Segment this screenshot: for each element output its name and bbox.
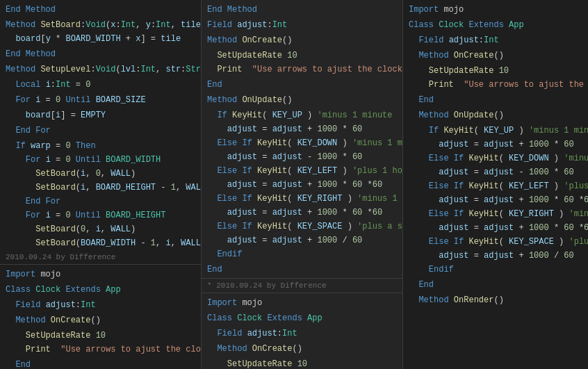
code-line: End Method	[0, 3, 201, 17]
code-line: End	[0, 358, 201, 369]
code-line: Else If KeyHit( KEY_RIGHT ) 'minus 1 hou…	[202, 192, 402, 206]
code-line: Field adjust:Int	[202, 327, 402, 341]
timestamp-left: 2010.09.24 by Difference	[0, 252, 201, 263]
code-line: adjust = adjust + 1000 / 60	[202, 233, 402, 247]
code-line: Else If KeyHit( KEY_RIGHT ) 'minus 1 hou…	[403, 207, 588, 221]
code-line: End	[403, 93, 588, 107]
code-line: End Method	[0, 47, 201, 61]
code-line: adjust = adjust + 1000 * 60 *60	[403, 193, 588, 207]
code-line: adjust = adjust + 1000 / 60	[403, 249, 588, 263]
code-line: Else If KeyHit( KEY_DOWN ) 'minus 1 minu…	[202, 136, 402, 150]
code-line: Import mojo	[403, 3, 588, 17]
code-line: End	[403, 278, 588, 292]
code-line: Import mojo	[202, 296, 402, 310]
code-line: adjust = adjust + 1000 * 60	[403, 138, 588, 151]
code-line: adjust = adjust + 1000 * 60 *60	[403, 221, 588, 235]
code-line: SetBoard(i, BOARD_HEIGHT - 1, WALL)	[0, 181, 201, 195]
code-line: For i = 0 Until BOARD_SIZE	[0, 93, 201, 107]
left-panel[interactable]: End Method Method SetBoard:Void(x:Int, y…	[0, 0, 202, 369]
code-line: Else If KeyHit( KEY_LEFT ) 'plus 1 hour	[202, 164, 402, 178]
code-line: SetUpdateRate 10	[0, 329, 201, 343]
code-line: Method SetBoard:Void(x:Int, y:Int, tile:…	[0, 18, 201, 32]
code-line: board[i] = EMPTY	[0, 108, 201, 122]
code-line: Method OnCreate()	[202, 342, 402, 356]
code-line: End For	[0, 124, 201, 138]
code-line: Field adjust:Int	[403, 33, 588, 47]
code-line: Local i:Int = 0	[0, 78, 201, 92]
code-line: SetBoard(BOARD_WIDTH - 1, i, WALL)	[0, 236, 201, 250]
code-line: Else If KeyHit( KEY_SPACE ) 'plus a seco…	[202, 220, 402, 233]
code-line: If KeyHit( KEY_UP ) 'minus 1 minute	[202, 108, 402, 122]
code-line: For i = 0 Until BOARD_HEIGHT	[0, 208, 201, 222]
code-line: SetBoard(0, i, WALL)	[0, 222, 201, 236]
code-line: Else If KeyHit( KEY_SPACE ) 'plus a seco…	[403, 235, 588, 249]
code-line: Method OnCreate()	[0, 313, 201, 327]
code-line: adjust = adjust + 1000 * 60 *60	[202, 206, 402, 220]
code-line: SetUpdateRate 10	[403, 64, 588, 78]
code-line: SetUpdateRate 10	[202, 49, 402, 63]
code-line: Print "Use arrows to ajust the clock"	[403, 78, 588, 92]
code-line: For i = 0 Until BOARD_WIDTH	[0, 153, 201, 167]
code-line: End	[202, 78, 402, 92]
code-line: Else If KeyHit( KEY_LEFT ) 'plus 1 hour	[403, 179, 588, 193]
code-line: board[y * BOARD_WIDTH + x] = tile	[0, 32, 201, 46]
code-line: SetBoard(i, 0, WALL)	[0, 167, 201, 181]
code-line: Else If KeyHit( KEY_DOWN ) 'minus 1 minu…	[403, 151, 588, 165]
code-line: Class Clock Extends App	[202, 311, 402, 325]
code-line: Print "Use arrows to ajust the clock"	[202, 63, 402, 76]
middle-panel[interactable]: End Method Field adjust:Int Method OnCre…	[202, 0, 403, 369]
code-line: Method SetupLevel:Void(lvl:Int, str:Stri…	[0, 63, 201, 76]
code-line: adjust = adjust + 1000 * 60	[202, 122, 402, 136]
code-line: Class Clock Extends App	[403, 18, 588, 32]
code-line: Method OnUpdate()	[403, 108, 588, 122]
code-line: Field adjust:Int	[0, 298, 201, 312]
code-line: adjust = adjust - 1000 * 60	[202, 150, 402, 164]
code-line: Method OnUpdate()	[202, 93, 402, 107]
code-line: End Method	[202, 3, 402, 17]
code-line: Endif	[202, 247, 402, 261]
code-line: adjust = adjust + 1000 * 60 *60	[202, 178, 402, 192]
code-line: End	[202, 263, 402, 277]
code-line: adjust = adjust - 1000 * 60	[403, 165, 588, 179]
code-line: Endif	[403, 263, 588, 277]
diff-viewer: End Method Method SetBoard:Void(x:Int, y…	[0, 0, 588, 369]
code-line: Method OnRender()	[403, 293, 588, 307]
code-line: SetUpdateRate 10	[202, 357, 402, 369]
right-panel[interactable]: Import mojo Class Clock Extends App Fiel…	[403, 0, 588, 369]
code-line: Print "Use arrows to ajust the clock"	[0, 343, 201, 356]
code-line: Method OnCreate()	[403, 49, 588, 63]
timestamp-middle: * 2010.09.24 by Difference	[202, 280, 402, 291]
divider	[202, 293, 402, 293]
code-line: If warp = 0 Then	[0, 139, 201, 153]
divider	[0, 264, 201, 265]
code-line: If KeyHit( KEY_UP ) 'minus 1 minute	[403, 124, 588, 138]
divider	[202, 278, 402, 279]
code-line: Class Clock Extends App	[0, 283, 201, 297]
code-line: End For	[0, 195, 201, 208]
code-line: Field adjust:Int	[202, 18, 402, 32]
code-line: Import mojo	[0, 268, 201, 281]
code-line: Method OnCreate()	[202, 33, 402, 47]
